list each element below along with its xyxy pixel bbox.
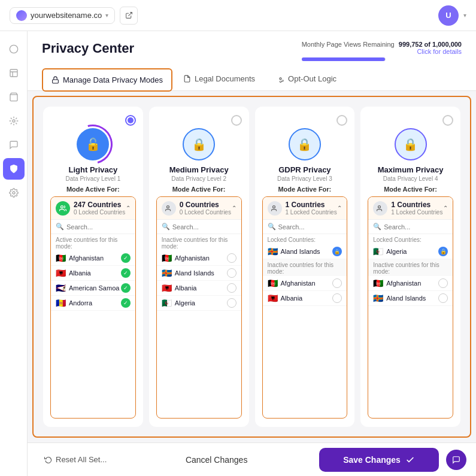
tab-optout-logic[interactable]: Opt-Out Logic	[266, 68, 347, 90]
sidebar-item-integration[interactable]	[3, 110, 25, 132]
radio-afghanistan-maximum[interactable]	[438, 278, 448, 288]
card-mode-maximum: Mode Active For:	[384, 186, 437, 193]
country-avatar-gdpr	[268, 201, 282, 216]
radio-aland-maximum[interactable]	[438, 293, 448, 303]
sidebar-item-shield[interactable]	[3, 158, 25, 180]
click-details-link[interactable]: Click for details	[302, 48, 462, 55]
progress-bar-fill	[302, 57, 386, 61]
country-count-maximum: 1 Countries	[391, 201, 442, 209]
country-search-light: 🔍	[51, 220, 135, 234]
site-selector[interactable]: yourwebsitename.co ▾	[10, 7, 115, 24]
svg-point-10	[272, 205, 275, 208]
page-header: Privacy Center Monthly Page Views Remain…	[28, 31, 476, 91]
list-label-medium: Inactive countries for this mode:	[157, 234, 241, 251]
chevron-up-gdpr[interactable]: ⌃	[337, 205, 342, 211]
reset-button[interactable]: Reset All Set...	[37, 450, 114, 469]
search-input-light[interactable]	[66, 223, 131, 231]
search-input-maximum[interactable]	[384, 223, 448, 231]
card-mode-medium: Mode Active For:	[172, 186, 226, 193]
country-locked-maximum: 1 Locked Countries	[391, 209, 442, 216]
sidebar-item-messages[interactable]	[3, 134, 25, 156]
check-andorra-light[interactable]: ✓	[121, 298, 131, 308]
card-subtitle-light: Data Privacy Level 1	[66, 175, 121, 182]
country-item-algeria-medium: 🇩🇿Algeria	[157, 296, 241, 311]
main-layout: Privacy Center Monthly Page Views Remain…	[0, 31, 476, 476]
country-item-aland-locked-gdpr: 🇦🇽Aland Islands 🔒	[263, 244, 347, 259]
svg-point-4	[13, 120, 15, 122]
sidebar-item-settings[interactable]	[3, 182, 25, 204]
country-section-gdpr: 1 Countries 1 Locked Countries ⌃ 🔍 Locke…	[262, 196, 348, 419]
search-input-gdpr[interactable]	[278, 223, 342, 231]
svg-point-11	[378, 205, 381, 208]
lock-aland-gdpr[interactable]: 🔒	[332, 247, 342, 256]
radio-afghanistan-medium[interactable]	[227, 253, 237, 263]
country-item-afghanistan-light: 🇦🇫Afghanistan ✓	[51, 251, 135, 266]
country-item-andorra-light: 🇦🇩Andorra ✓	[51, 296, 135, 311]
country-locked-light: 0 Locked Countries	[74, 209, 125, 216]
country-item-albania-medium: 🇦🇱Albania	[157, 281, 241, 296]
tab-legal-label: Legal Documents	[195, 74, 255, 83]
check-samoa-light[interactable]: ✓	[121, 283, 131, 293]
search-icon-medium: 🔍	[162, 223, 170, 231]
check-afghanistan-light[interactable]: ✓	[121, 253, 131, 263]
locked-label-gdpr: Locked Countries:	[263, 234, 347, 244]
country-item-afghanistan-maximum: 🇦🇫Afghanistan	[368, 276, 453, 291]
cancel-button[interactable]: Cancel Changes	[121, 449, 312, 471]
card-radio-light[interactable]	[125, 115, 136, 126]
sidebar	[0, 31, 28, 476]
card-radio-gdpr[interactable]	[336, 115, 347, 126]
country-count-light: 247 Countries	[74, 201, 125, 209]
country-section-medium: 0 Countries 0 Locked Countries ⌃ 🔍 Inact…	[156, 196, 242, 419]
svg-point-9	[166, 205, 169, 208]
card-maximum-privacy: 🔒 Maximum Privacy Data Privacy Level 4 M…	[360, 107, 460, 427]
country-list-maximum: 🇩🇿Algeria 🔒 Inactive countries for this …	[368, 244, 453, 306]
lock-algeria-maximum[interactable]: 🔒	[438, 247, 448, 256]
tab-legal-documents[interactable]: Legal Documents	[172, 68, 266, 90]
card-light-privacy: 🔓 Light Privacy Data Privacy Level 1 Mod…	[43, 107, 143, 427]
external-link-button[interactable]	[120, 7, 138, 25]
chevron-up-medium[interactable]: ⌃	[232, 205, 237, 211]
card-subtitle-gdpr: Data Privacy Level 3	[277, 175, 332, 182]
country-item-aland-medium: 🇦🇽Aland Islands	[157, 266, 241, 281]
progress-bar	[302, 57, 386, 61]
country-avatar-light	[56, 201, 70, 216]
tab-optout-label: Opt-Out Logic	[288, 74, 336, 83]
check-albania-light[interactable]: ✓	[121, 268, 131, 278]
chevron-up-maximum[interactable]: ⌃	[443, 205, 448, 211]
page-views-section: Monthly Page Views Remaining 999,752 of …	[302, 41, 462, 61]
cards-area: 🔓 Light Privacy Data Privacy Level 1 Mod…	[32, 96, 471, 438]
svg-line-0	[128, 13, 132, 16]
card-radio-maximum[interactable]	[442, 115, 453, 126]
radio-albania-medium[interactable]	[227, 283, 237, 293]
country-list-gdpr: 🇦🇽Aland Islands 🔒 Inactive countries for…	[263, 244, 347, 306]
country-avatar-medium	[162, 201, 176, 216]
country-section-light: 247 Countries 0 Locked Countries ⌃ 🔍 Act…	[50, 196, 136, 419]
country-item-aland-maximum: 🇦🇽Aland Islands	[368, 291, 453, 306]
search-icon-maximum: 🔍	[373, 223, 381, 231]
sidebar-item-analytics[interactable]	[3, 62, 25, 84]
radio-algeria-medium[interactable]	[227, 298, 237, 308]
sidebar-item-home[interactable]	[3, 38, 25, 60]
locked-label-maximum: Locked Countries:	[368, 234, 453, 244]
card-mode-gdpr: Mode Active For:	[278, 186, 331, 193]
sidebar-item-store[interactable]	[3, 86, 25, 108]
country-search-gdpr: 🔍	[263, 220, 347, 234]
country-item-samoa-light: 🇦🇸American Samoa ✓	[51, 281, 135, 296]
card-title-light: Light Privacy	[69, 165, 118, 174]
card-radio-medium[interactable]	[231, 115, 242, 126]
card-title-medium: Medium Privacy	[169, 165, 229, 174]
country-locked-gdpr: 1 Locked Countries	[286, 209, 337, 216]
chat-button[interactable]	[446, 450, 466, 470]
svg-point-5	[13, 192, 15, 194]
card-title-gdpr: GDPR Privacy	[278, 165, 331, 174]
search-input-medium[interactable]	[172, 223, 237, 231]
site-chevron-icon: ▾	[105, 12, 108, 19]
chevron-up-light[interactable]: ⌃	[126, 205, 131, 211]
radio-albania-gdpr[interactable]	[332, 293, 342, 303]
site-name: yourwebsitename.co	[31, 11, 102, 20]
save-button[interactable]: Save Changes	[319, 448, 439, 472]
radio-aland-medium[interactable]	[227, 268, 237, 278]
radio-afghanistan-gdpr[interactable]	[332, 278, 342, 288]
tab-manage-privacy[interactable]: Manage Data Privacy Modes	[42, 68, 172, 92]
avatar[interactable]: U	[438, 5, 459, 26]
